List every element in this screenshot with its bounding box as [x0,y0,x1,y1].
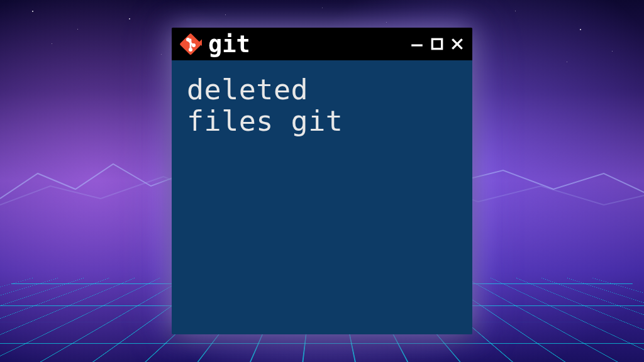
svg-point-4 [186,38,190,41]
git-logo-icon [179,33,202,55]
terminal-window: git deleted files git [172,28,472,334]
window-controls [409,36,465,52]
terminal-body[interactable]: deleted files git [172,60,472,334]
titlebar[interactable]: git [172,28,472,60]
window-title: git [208,33,403,56]
terminal-output: deleted files git [187,74,457,138]
close-button[interactable] [450,36,465,52]
maximize-button[interactable] [430,36,445,52]
svg-point-5 [192,43,196,47]
svg-point-6 [189,48,192,52]
minimize-button[interactable] [409,36,425,52]
svg-rect-8 [432,39,441,48]
